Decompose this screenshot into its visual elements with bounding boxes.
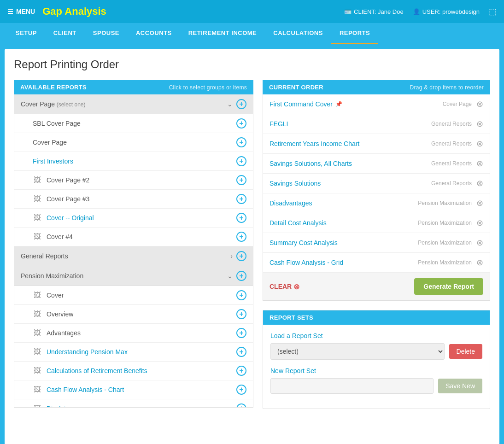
- report-label-first-investors[interactable]: First Investors: [33, 158, 73, 165]
- available-reports-panel: AVAILABLE REPORTS Click to select groups…: [14, 80, 253, 409]
- nav-accounts[interactable]: ACCOUNTS: [128, 23, 180, 44]
- report-label-cover3[interactable]: Cover Page #3: [47, 195, 89, 203]
- add-disclaimer-btn[interactable]: +: [236, 403, 246, 408]
- remove-cash-flow-grid-btn[interactable]: ⊗: [476, 257, 483, 268]
- report-label-sbl[interactable]: SBL Cover Page: [33, 120, 81, 127]
- top-bar-left: ☰ MENU Gap Analysis: [7, 6, 106, 18]
- order-label-detail-cost[interactable]: Detail Cost Analysis: [270, 219, 327, 227]
- group-cover-add-btn[interactable]: +: [236, 99, 246, 109]
- current-order-footer: CLEAR ⊗ Generate Report: [263, 273, 490, 300]
- user-info: 👤 USER: prowebdesign: [413, 8, 480, 15]
- order-type-ss-all: General Reports: [431, 160, 472, 167]
- nav-client[interactable]: CLIENT: [45, 23, 85, 44]
- report-label-advantages[interactable]: Advantages: [47, 329, 81, 337]
- order-label-disadvantages[interactable]: Disadvantages: [270, 199, 312, 207]
- report-sets-header: REPORT SETS: [263, 310, 490, 325]
- report-set-select[interactable]: (select): [270, 343, 445, 360]
- remove-detail-cost-btn[interactable]: ⊗: [476, 218, 483, 228]
- order-item: Detail Cost Analysis Pension Maximizatio…: [263, 213, 490, 233]
- new-report-set-label: New Report Set: [270, 367, 482, 374]
- generate-report-button[interactable]: Generate Report: [414, 278, 483, 295]
- report-item-left: 🖼 Cover Page #3: [33, 195, 89, 203]
- order-label-text[interactable]: First Command Cover: [270, 100, 333, 108]
- order-label-ss[interactable]: Savings Solutions: [270, 180, 321, 187]
- report-item-left: 🖼 Calculations of Retirement Benefits: [33, 367, 147, 375]
- group-pension-max[interactable]: Pension Maximization ⌄ +: [14, 266, 253, 286]
- image-icon: 🖼: [33, 348, 42, 356]
- order-item: Savings Solutions, All Charts General Re…: [263, 154, 490, 174]
- nav-retirement-income[interactable]: RETIREMENT INCOME: [180, 23, 265, 44]
- order-type-summary-cost: Pension Maximization: [418, 240, 472, 246]
- remove-ss-btn[interactable]: ⊗: [476, 178, 483, 188]
- nav-setup[interactable]: SETUP: [7, 23, 45, 44]
- add-cover-pm-btn[interactable]: +: [236, 290, 246, 300]
- report-item-left: 🖼 Understanding Pension Max: [33, 348, 128, 356]
- available-reports-note: Click to select groups or items: [169, 84, 247, 91]
- add-cover2-btn[interactable]: +: [236, 175, 246, 185]
- order-type-fegli: General Reports: [431, 121, 472, 127]
- menu-button[interactable]: ☰ MENU: [7, 8, 35, 15]
- order-label-fegli[interactable]: FEGLI: [270, 120, 288, 128]
- hamburger-icon: ☰: [7, 8, 13, 15]
- save-new-report-set-button[interactable]: Save New: [438, 379, 482, 393]
- new-report-set-input[interactable]: [270, 378, 434, 394]
- nav-reports[interactable]: REPORTS: [331, 23, 378, 44]
- report-label-cover4[interactable]: Cover #4: [47, 233, 73, 240]
- order-item: Summary Cost Analysis Pension Maximizati…: [263, 233, 490, 253]
- remove-disadvantages-btn[interactable]: ⊗: [476, 198, 483, 208]
- group-general-add-btn[interactable]: +: [236, 251, 246, 261]
- list-item: 🖼 Cover Page #3 +: [14, 190, 253, 209]
- add-cover-original-btn[interactable]: +: [236, 213, 246, 223]
- nav-calculations[interactable]: CALCULATIONS: [265, 23, 331, 44]
- order-item: Disadvantages Pension Maximization ⊗: [263, 193, 490, 213]
- add-first-investors-btn[interactable]: +: [236, 156, 246, 166]
- report-label-cover-original[interactable]: Cover -- Original: [47, 214, 94, 222]
- remove-summary-cost-btn[interactable]: ⊗: [476, 238, 483, 248]
- list-item: 🖼 Cover #4 +: [14, 228, 253, 246]
- nav-bar: SETUP CLIENT SPOUSE ACCOUNTS RETIREMENT …: [0, 23, 504, 44]
- order-type-ry-income: General Reports: [431, 140, 472, 147]
- image-icon: 🖼: [33, 367, 42, 375]
- add-calc-retirement-btn[interactable]: +: [236, 366, 246, 376]
- top-bar-right: 🪪 CLIENT: Jane Doe 👤 USER: prowebdesign …: [344, 6, 497, 17]
- add-understanding-pm-btn[interactable]: +: [236, 347, 246, 357]
- order-label-summary-cost[interactable]: Summary Cost Analysis: [270, 239, 338, 246]
- group-pension-add-btn[interactable]: +: [236, 271, 246, 281]
- remove-ss-all-btn[interactable]: ⊗: [476, 158, 483, 169]
- delete-report-set-button[interactable]: Delete: [449, 344, 482, 359]
- remove-first-command-btn[interactable]: ⊗: [476, 99, 483, 109]
- order-item: First Command Cover 📌 Cover Page ⊗: [263, 94, 490, 114]
- remove-fegli-btn[interactable]: ⊗: [476, 119, 483, 129]
- order-label-cash-flow-grid[interactable]: Cash Flow Analysis - Grid: [270, 259, 343, 266]
- group-general-reports[interactable]: General Reports › +: [14, 246, 253, 266]
- add-cover-btn[interactable]: +: [236, 137, 246, 147]
- report-label-understanding-pm[interactable]: Understanding Pension Max: [47, 348, 128, 356]
- nav-spouse[interactable]: SPOUSE: [85, 23, 128, 44]
- remove-ry-income-btn[interactable]: ⊗: [476, 139, 483, 149]
- add-overview-btn[interactable]: +: [236, 309, 246, 319]
- image-icon: 🖼: [33, 214, 42, 222]
- clear-button[interactable]: CLEAR ⊗: [270, 282, 299, 291]
- report-item-left: SBL Cover Page: [33, 120, 81, 127]
- add-cash-flow-chart-btn[interactable]: +: [236, 385, 246, 395]
- report-label-disclaimer[interactable]: Disclaimer: [47, 405, 76, 408]
- report-label-calc-retirement[interactable]: Calculations of Retirement Benefits: [47, 367, 147, 374]
- report-label-cover2[interactable]: Cover Page #2: [47, 176, 89, 184]
- add-advantages-btn[interactable]: +: [236, 328, 246, 338]
- report-sets-title: REPORT SETS: [270, 314, 313, 321]
- report-label-overview[interactable]: Overview: [47, 310, 73, 318]
- report-label-cash-flow-chart[interactable]: Cash Flow Analysis - Chart: [47, 386, 124, 393]
- add-sbl-btn[interactable]: +: [236, 118, 246, 129]
- report-label-cover[interactable]: Cover Page: [33, 139, 67, 146]
- report-label-cover-pm[interactable]: Cover: [47, 292, 64, 299]
- add-cover3-btn[interactable]: +: [236, 194, 246, 204]
- group-cover-page[interactable]: Cover Page (select one) ⌄ +: [14, 94, 253, 114]
- add-cover4-btn[interactable]: +: [236, 232, 246, 242]
- order-label-ry-income[interactable]: Retirement Years Income Chart: [270, 140, 359, 147]
- order-label-ss-all[interactable]: Savings Solutions, All Charts: [270, 160, 352, 167]
- chevron-down-icon: ⌄: [227, 272, 233, 280]
- list-item: 🖼 Disclaimer +: [14, 399, 253, 408]
- available-reports-header: AVAILABLE REPORTS Click to select groups…: [14, 80, 253, 94]
- list-item: 🖼 Advantages +: [14, 324, 253, 343]
- logout-icon[interactable]: ⬚: [489, 6, 497, 17]
